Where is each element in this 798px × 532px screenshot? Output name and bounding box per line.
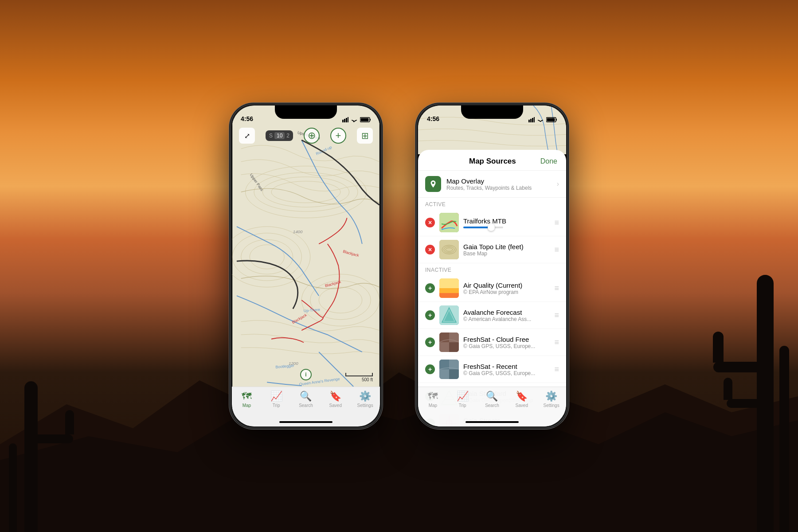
freshsat-r-drag-handle[interactable]: ≡: [554, 365, 559, 373]
tab-map-left[interactable]: 🗺 Map: [232, 391, 262, 408]
tab-search-icon-right: 🔍: [486, 391, 498, 402]
tab-bar-right: 🗺 Map 📈 Trip 🔍 Search 🔖 Saved: [418, 387, 566, 426]
freshsat-r-svg: [439, 360, 459, 379]
status-icons-right: [528, 117, 557, 122]
scale-selector[interactable]: S 10 2: [266, 130, 293, 141]
overlay-icon: [425, 176, 441, 192]
scale-s[interactable]: S: [269, 133, 273, 139]
freshsat-cf-thumb: [439, 332, 459, 352]
signal-icon-right: [528, 117, 535, 122]
home-indicator-right: [466, 421, 519, 423]
air-quality-add-btn[interactable]: +: [425, 283, 435, 293]
gaia-topo-remove-btn[interactable]: ×: [425, 245, 435, 254]
scale-10[interactable]: 10: [274, 132, 285, 139]
svg-rect-24: [532, 118, 533, 122]
scale-2[interactable]: 2: [286, 133, 289, 139]
tab-saved-right[interactable]: 🔖 Saved: [507, 391, 536, 408]
air-quality-svg: [439, 278, 459, 298]
topo-map-svg: 1400 1200 Round-up Upside Down: [232, 106, 380, 387]
avalanche-drag-handle[interactable]: ≡: [554, 311, 559, 319]
svg-rect-9: [232, 106, 379, 387]
avalanche-add-btn[interactable]: +: [425, 310, 435, 320]
trailforks-drag-handle[interactable]: ≡: [554, 219, 559, 227]
svg-rect-4: [346, 118, 347, 122]
map-overlay-row[interactable]: Map Overlay Routes, Tracks, Waypoints & …: [418, 171, 566, 198]
expand-btn[interactable]: ⤢: [239, 128, 255, 144]
panel-title: Map Sources: [445, 157, 540, 166]
freshsat-cf-add-btn[interactable]: +: [425, 337, 435, 347]
phones-container: 4:56: [231, 104, 567, 428]
done-button[interactable]: Done: [540, 157, 557, 165]
air-quality-info: Air Quality (Current) © EPA AirNow progr…: [463, 282, 550, 295]
svg-rect-43: [439, 332, 449, 342]
cactus-small-left: [9, 443, 17, 532]
svg-point-30: [432, 182, 434, 184]
tab-trip-right[interactable]: 📈 Trip: [448, 391, 477, 408]
tab-search-label-left: Search: [299, 403, 313, 408]
svg-rect-22: [528, 120, 530, 122]
inactive-section-header: INACTIVE: [418, 263, 566, 275]
tab-trip-left[interactable]: 📈 Trip: [262, 391, 291, 408]
overlay-text: Map Overlay Routes, Tracks, Waypoints & …: [446, 177, 552, 191]
info-btn[interactable]: i: [300, 369, 312, 380]
tab-saved-left[interactable]: 🔖 Saved: [321, 391, 350, 408]
location-pin-icon: [429, 180, 438, 188]
trailforks-thumb: [439, 213, 459, 232]
gaia-topo-thumb: [439, 240, 459, 259]
overlay-name: Map Overlay: [446, 177, 552, 185]
cactus-far-right: [779, 346, 789, 532]
status-icons-left: [342, 117, 371, 122]
right-phone-screen: 4:56 Map Sources Done: [418, 106, 566, 426]
tab-trip-label-left: Trip: [273, 403, 280, 408]
cactus-left-arm-up: [65, 410, 74, 434]
freshsat-r-info: FreshSat - Recent © Gaia GPS, USGS, Euro…: [463, 363, 550, 376]
svg-rect-7: [370, 119, 371, 121]
map-sources-panel: Map Sources Done Map Overlay: [418, 150, 566, 426]
tab-settings-icon-right: ⚙️: [545, 391, 557, 402]
scale-bar-label: 500 ft: [362, 377, 373, 382]
tab-trip-label-right: Trip: [459, 403, 466, 408]
gaia-topo-drag-handle[interactable]: ≡: [554, 246, 559, 254]
svg-rect-29: [547, 118, 555, 121]
gps-btn[interactable]: ⊕: [304, 128, 320, 144]
time-left: 4:56: [241, 115, 253, 122]
tab-settings-left[interactable]: ⚙️ Settings: [350, 391, 380, 408]
battery-icon-right: [546, 117, 557, 122]
air-quality-sub: © EPA AirNow program: [463, 289, 550, 295]
scale-bar: 500 ft: [345, 373, 373, 382]
panel-header: Map Sources Done: [418, 150, 566, 171]
svg-rect-2: [342, 120, 344, 122]
freshsat-cf-info: FreshSat - Cloud Free © Gaia GPS, USGS, …: [463, 336, 550, 349]
avalanche-sub: © American Avalanche Ass...: [463, 316, 550, 322]
tab-map-right[interactable]: 🗺 Map: [418, 391, 448, 408]
avalanche-thumb: [439, 305, 459, 325]
tab-settings-right[interactable]: ⚙️ Settings: [536, 391, 566, 408]
layers-btn[interactable]: ⊞: [357, 128, 373, 144]
cactus-right-arm2: [727, 399, 758, 408]
home-indicator-left: [279, 421, 332, 423]
avalanche-name: Avalanche Forecast: [463, 309, 550, 316]
add-btn[interactable]: +: [330, 128, 346, 144]
air-quality-drag-handle[interactable]: ≡: [554, 284, 559, 292]
svg-rect-28: [556, 119, 557, 121]
overlay-subtitle: Routes, Tracks, Waypoints & Labels: [446, 185, 552, 191]
freshsat-r-add-btn[interactable]: +: [425, 364, 435, 374]
tab-search-right[interactable]: 🔍 Search: [477, 391, 507, 408]
trailforks-thumb-svg: [439, 213, 459, 232]
svg-rect-25: [534, 117, 535, 122]
tab-map-label-left: Map: [243, 403, 251, 408]
time-right: 4:56: [427, 115, 439, 122]
elev-1400: 1400: [293, 229, 303, 234]
tab-search-left[interactable]: 🔍 Search: [291, 391, 321, 408]
svg-point-26: [540, 121, 541, 122]
active-section-header: ACTIVE: [418, 198, 566, 209]
tab-map-icon-right: 🗺: [428, 391, 438, 402]
freshsat-r-name: FreshSat - Recent: [463, 363, 550, 370]
battery-icon-left: [360, 117, 371, 122]
freshsat-cf-drag-handle[interactable]: ≡: [554, 338, 559, 346]
freshsat-cf-item: + FreshSat - Cloud Free © Gaia GPS,: [418, 329, 566, 356]
freshsat-cf-sub: © Gaia GPS, USGS, Europe...: [463, 343, 550, 349]
freshsat-r-item: + FreshSat - Recent © Gaia GPS, USG: [418, 356, 566, 383]
trailforks-slider[interactable]: [463, 227, 550, 228]
trailforks-remove-btn[interactable]: ×: [425, 218, 435, 227]
